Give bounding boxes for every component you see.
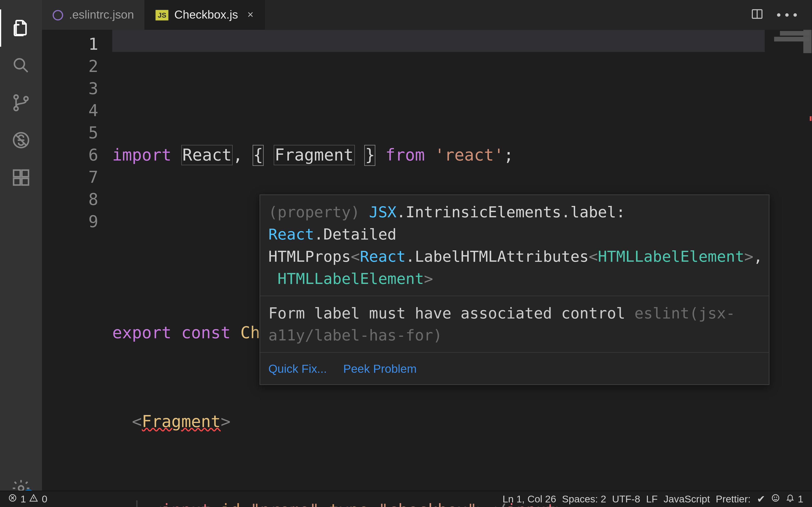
notifications-status[interactable]: 1 [785,493,803,505]
tab-label: Checkbox.js [174,8,238,22]
code-area[interactable]: import React, { Fragment } from 'react';… [112,30,766,491]
svg-rect-5 [13,170,20,177]
git-branch-icon[interactable] [0,84,42,121]
hover-type-info: (property) JSX.IntrinsicElements.label: … [260,195,769,296]
tab-checkbox-js[interactable]: JS Checkbox.js × [145,0,265,30]
eslint-config-icon [53,10,63,20]
warning-icon [30,493,38,505]
js-file-icon: JS [156,10,168,20]
search-icon[interactable] [0,47,42,84]
debug-disabled-icon[interactable] [0,121,42,159]
more-actions-icon[interactable]: ••• [775,8,800,22]
peek-problem-link[interactable]: Peek Problem [343,357,417,380]
svg-point-0 [14,59,24,69]
svg-point-1 [14,95,18,99]
quick-fix-link[interactable]: Quick Fix... [268,357,327,380]
problems-status[interactable]: 1 0 [8,493,47,505]
editor-actions: ••• [739,0,812,30]
svg-point-2 [14,107,18,111]
error-icon [8,493,17,505]
tab-eslintrc[interactable]: .eslintrc.json [42,0,145,30]
tab-label: .eslintrc.json [69,8,134,22]
minimap[interactable] [766,30,812,491]
line-number-gutter: 1 2 3 4 5 6 7 8 9 [42,30,112,491]
svg-point-13 [774,497,774,497]
close-tab-icon[interactable]: × [244,9,254,21]
svg-point-12 [772,495,778,501]
editor-tab-row: .eslintrc.json JS Checkbox.js × ••• [42,0,812,30]
hover-diagnostic: Form label must have associated control … [260,296,769,353]
svg-rect-6 [13,178,20,185]
svg-point-3 [24,97,28,101]
code-editor[interactable]: 1 2 3 4 5 6 7 8 9 import React, { Fragme… [42,30,812,491]
svg-rect-8 [22,170,29,177]
svg-point-9 [18,486,24,491]
app-root: 1 .eslintrc.json JS Checkbox.js × ••• 1 … [0,0,812,507]
svg-rect-7 [22,178,29,185]
bell-icon [785,493,794,505]
split-editor-icon[interactable] [751,7,763,22]
svg-point-14 [776,497,777,497]
hover-actions: Quick Fix... Peek Problem [260,353,769,384]
explorer-icon[interactable] [0,9,42,47]
extensions-icon[interactable] [0,159,42,196]
hover-tooltip: (property) JSX.IntrinsicElements.label: … [260,194,769,385]
activity-bar: 1 [0,0,42,507]
feedback-icon[interactable] [771,493,779,505]
